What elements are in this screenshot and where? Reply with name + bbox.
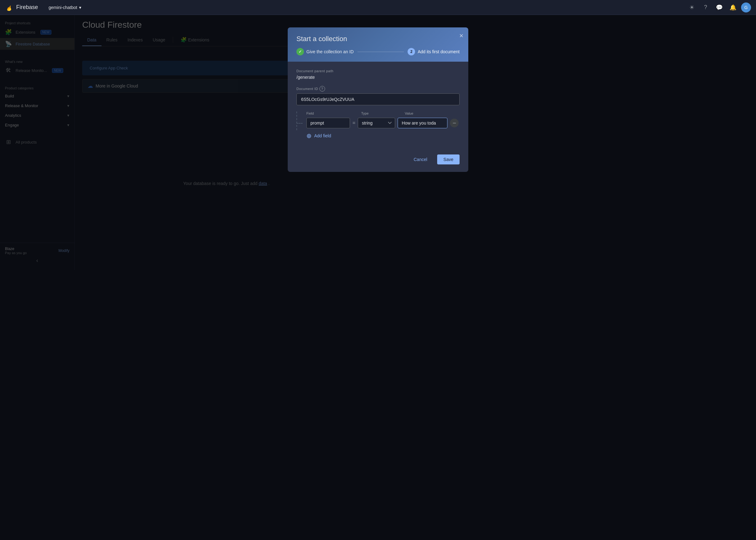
add-field-row[interactable]: ⊕ Add field [297, 132, 378, 140]
add-field-label: Add field [314, 133, 331, 138]
project-dropdown-icon: ▾ [79, 5, 81, 10]
dialog-body: Document parent path /generate Document … [288, 62, 378, 150]
doc-id-label-text: Document ID [297, 87, 318, 91]
field-col-label: Field [307, 111, 350, 115]
step-connector [357, 52, 378, 52]
equals-sign: = [352, 120, 355, 126]
dialog-step-1: ✓ Give the collection an ID [297, 48, 354, 56]
dialog-header: Start a collection ✓ Give the collection… [288, 27, 378, 62]
firebase-name: Firebase [16, 4, 38, 11]
field-type-select[interactable]: string number boolean map array null tim… [358, 118, 378, 128]
field-row-1: = string number boolean map array null t… [297, 118, 378, 128]
project-selector[interactable]: gemini-chatbot ▾ [46, 3, 84, 12]
doc-id-label-row: Document ID ? [297, 86, 378, 91]
doc-id-input[interactable] [297, 93, 378, 105]
dialog-footer: Cancel Save [288, 150, 378, 172]
doc-parent-path-label: Document parent path [297, 69, 378, 73]
firebase-flame-icon [5, 3, 14, 12]
firebase-logo: Firebase [5, 3, 38, 12]
project-name: gemini-chatbot [49, 5, 77, 10]
dialog-overlay: Start a collection ✓ Give the collection… [0, 15, 378, 270]
doc-parent-path-value: /generate [297, 75, 378, 80]
type-col-label: Type [361, 111, 378, 115]
field-name-input[interactable] [307, 118, 350, 128]
dialog-steps: ✓ Give the collection an ID 2 Add its fi… [297, 48, 378, 56]
step1-label: Give the collection an ID [307, 49, 354, 54]
step1-circle: ✓ [297, 48, 304, 56]
dialog-title: Start a collection [297, 35, 378, 43]
add-field-icon: ⊕ [307, 132, 312, 140]
doc-id-help-icon[interactable]: ? [319, 86, 325, 91]
top-header: Firebase gemini-chatbot ▾ ☀ ? 💬 🔔 G [0, 0, 378, 15]
start-collection-dialog: Start a collection ✓ Give the collection… [288, 27, 378, 172]
